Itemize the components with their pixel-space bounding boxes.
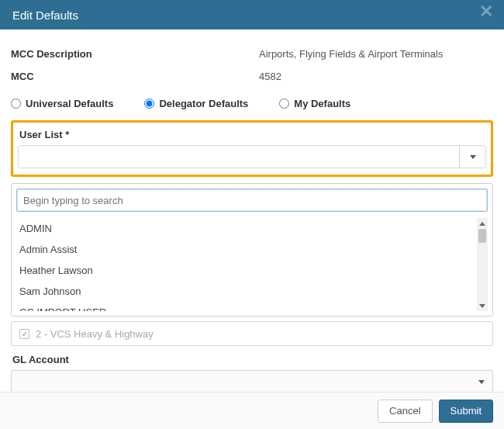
mcc-row: MCC 4582 [11, 71, 493, 82]
scrollbar[interactable] [477, 218, 488, 311]
universal-defaults-option[interactable]: Universal Defaults [11, 98, 113, 109]
user-list-display[interactable] [19, 146, 459, 168]
mcc-description-label: MCC Description [11, 48, 259, 60]
mcc-description-row: MCC Description Airports, Flying Fields … [11, 48, 493, 60]
list-item[interactable]: Admin Assist [16, 239, 488, 260]
cancel-button[interactable]: Cancel [378, 400, 432, 423]
user-list-select[interactable] [18, 145, 486, 168]
user-list-dropdown-toggle[interactable] [459, 146, 485, 168]
universal-defaults-label: Universal Defaults [26, 98, 113, 109]
defaults-radio-group: Universal Defaults Delegator Defaults My… [11, 93, 493, 120]
mcc-label: MCC [11, 71, 259, 82]
chevron-down-icon [470, 155, 476, 159]
triangle-down-icon [479, 304, 485, 308]
modal-body: MCC Description Airports, Flying Fields … [0, 29, 504, 393]
universal-defaults-radio[interactable] [11, 99, 21, 109]
close-icon[interactable]: ✕ [479, 3, 493, 20]
delegator-defaults-option[interactable]: Delegator Defaults [144, 98, 248, 109]
gl-account-select[interactable] [11, 370, 493, 393]
delegator-defaults-radio[interactable] [144, 99, 154, 109]
my-defaults-radio[interactable] [279, 99, 289, 109]
user-list-field-highlight: User List * [11, 120, 493, 177]
background-selection-label: 2 - VCS Heavy & Highway [36, 328, 154, 340]
chevron-down-icon [478, 380, 485, 384]
user-list-options: ADMIN Admin Assist Heather Lawson Sam Jo… [16, 218, 488, 311]
modal-header: Edit Defaults ✕ [0, 0, 504, 29]
triangle-up-icon [479, 222, 485, 226]
modal-title: Edit Defaults [12, 9, 78, 22]
scroll-thumb[interactable] [478, 229, 486, 243]
user-list-dropdown-panel: ADMIN Admin Assist Heather Lawson Sam Jo… [11, 183, 493, 317]
mcc-description-value: Airports, Flying Fields & Airport Termin… [259, 48, 443, 60]
modal-footer: Cancel Submit [0, 392, 504, 429]
gl-account-label: GL Account [12, 354, 493, 365]
delegator-defaults-label: Delegator Defaults [159, 98, 248, 109]
list-item[interactable]: Heather Lawson [16, 260, 488, 281]
list-item[interactable]: Sam Johnson [16, 281, 488, 302]
scroll-up-button[interactable] [477, 218, 488, 229]
list-item[interactable]: ADMIN [16, 218, 488, 239]
my-defaults-option[interactable]: My Defaults [279, 98, 350, 109]
mcc-value: 4582 [259, 71, 281, 82]
user-list-label: User List * [19, 129, 486, 140]
background-selection-row: 2 - VCS Heavy & Highway [11, 321, 493, 346]
submit-button[interactable]: Submit [439, 400, 493, 423]
my-defaults-label: My Defaults [294, 98, 350, 109]
scroll-down-button[interactable] [477, 300, 488, 311]
checkbox-icon [19, 329, 29, 339]
user-list-search-input[interactable] [16, 189, 488, 212]
list-item[interactable]: CC IMPORT USER [16, 302, 488, 311]
